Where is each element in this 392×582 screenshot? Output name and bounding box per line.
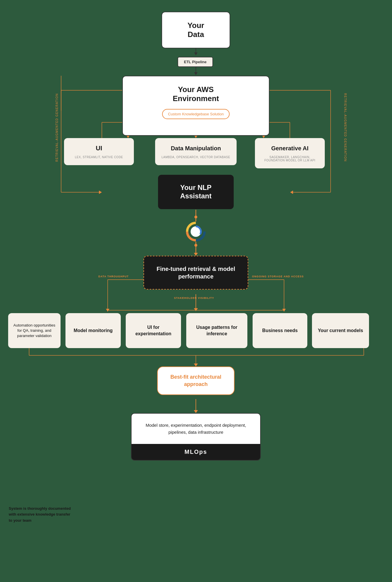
your-data-title2: Data: [168, 30, 224, 39]
multicolor-ring-icon: [186, 221, 206, 242]
svg-marker-47: [194, 364, 198, 366]
system-note: System is thoroughly documented with ext…: [9, 506, 73, 524]
usage-patterns-card: Usage patterns for inference: [186, 313, 247, 348]
aws-custom-kb: Custom Knowledgebase Solution: [162, 109, 230, 119]
generative-ai-box: Generative AI SAGEMAKER, LANGCHAIN, FOUN…: [255, 138, 325, 168]
svg-point-31: [194, 216, 197, 218]
ongoing-storage-label: ONGOING STORAGE AND ACCESS: [252, 275, 304, 278]
main-diagram: Your Data ETL Pipeline Your AWS Environm…: [0, 0, 392, 582]
nlp-assistant-box: Your NLP Assistant: [158, 175, 234, 209]
svg-marker-19: [290, 191, 293, 194]
nlp-title: Your NLP: [164, 184, 228, 192]
svg-marker-30: [194, 253, 198, 256]
svg-marker-16: [99, 191, 102, 194]
mlops-top-text: Model store, experimentation, endpoint d…: [132, 414, 260, 444]
current-models-text: Your current models: [318, 327, 363, 334]
business-needs-text: Business needs: [262, 327, 298, 334]
svg-marker-3: [194, 72, 198, 75]
etl-pipeline-label: ETL Pipeline: [184, 60, 207, 64]
rag-right-label: Retrieval-Augmented Generation: [344, 93, 347, 162]
svg-marker-1: [194, 52, 198, 55]
best-fit-box: Best-fit architectural approach: [157, 366, 235, 395]
nlp-title2: Assistant: [164, 192, 228, 200]
svg-point-32: [194, 244, 197, 247]
ui-experimentation-card: UI for experimentation: [126, 313, 181, 348]
svg-marker-42: [282, 309, 286, 312]
ui-experimentation-text: UI for experimentation: [129, 324, 178, 337]
mlops-bottom-text: MLOps: [132, 444, 260, 460]
svg-marker-49: [194, 410, 198, 413]
ui-subtitle: LEX, STREAMLIT, NATIVE CODE: [68, 156, 130, 159]
aws-env-title: Your AWS: [129, 85, 263, 94]
svg-marker-41: [106, 309, 109, 312]
data-manip-title: Data Manipulation: [159, 144, 233, 152]
ui-box: UI LEX, STREAMLIT, NATIVE CODE: [64, 138, 134, 165]
gen-ai-subtitle: SAGEMAKER, LANGCHAIN, FOUNDATION MODEL O…: [259, 156, 321, 162]
best-fit-title: Best-fit architectural approach: [164, 373, 228, 388]
data-manipulation-box: Data Manipulation LAMBDA, OPENSEARCH, VE…: [155, 138, 237, 165]
ui-title: UI: [68, 144, 130, 152]
business-needs-card: Business needs: [253, 313, 307, 348]
mlops-container: Model store, experimentation, endpoint d…: [131, 413, 261, 461]
icon-circle: [186, 221, 206, 242]
gen-ai-title: Generative AI: [259, 144, 321, 152]
fine-tuned-title: Fine-tuned retrieval & model performance: [150, 265, 242, 280]
data-throughput-label: DATA THROUGHPUT: [98, 275, 129, 278]
model-monitoring-card: Model monitoring: [65, 313, 121, 348]
your-data-box: Your Data: [162, 12, 230, 48]
aws-env-title2: Environment: [129, 94, 263, 103]
custom-kb-label: Custom Knowledgebase Solution: [162, 109, 230, 119]
model-monitoring-text: Model monitoring: [74, 327, 113, 334]
aws-env-box: Your AWS Environment Custom Knowledgebas…: [122, 76, 269, 136]
data-manip-subtitle: LAMBDA, OPENSEARCH, VECTOR DATABASE: [159, 156, 233, 159]
rag-left-label: Retrieval-Augmented Generation: [55, 93, 58, 162]
stakeholder-visibility-label: STAKEHOLDER VISIBILITY: [174, 297, 214, 299]
your-data-title: Your: [168, 21, 224, 30]
usage-patterns-text: Usage patterns for inference: [190, 324, 244, 337]
fine-tuned-box: Fine-tuned retrieval & model performance: [143, 256, 248, 290]
automation-card: Automation opportunities for QA, trainin…: [8, 313, 61, 348]
etl-pipeline-box: ETL Pipeline: [178, 57, 213, 67]
svg-marker-34: [194, 308, 198, 311]
automation-text: Automation opportunities for QA, trainin…: [12, 323, 57, 339]
current-models-card: Your current models: [312, 313, 369, 348]
